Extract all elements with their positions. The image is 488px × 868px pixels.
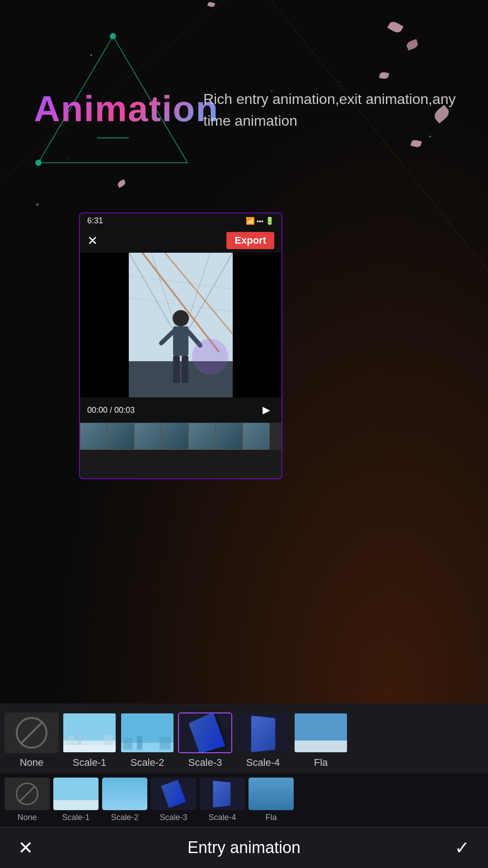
timeline-thumb <box>188 423 216 450</box>
phone-controls: 00:00 / 00:03 ▶ <box>80 397 282 423</box>
anim-none-label: None <box>20 757 44 769</box>
anim-small-none-thumb <box>5 778 50 810</box>
play-button[interactable]: ▶ <box>258 402 274 418</box>
timeline-thumb <box>216 423 243 450</box>
none-small-icon <box>16 783 38 805</box>
small-scale4-visual <box>200 778 245 810</box>
anim-small-scale1[interactable]: Scale-1 <box>53 778 99 822</box>
anim-small-flash[interactable]: Fla <box>249 778 294 822</box>
svg-rect-31 <box>123 738 132 750</box>
anim-flash-thumbnail <box>294 712 348 753</box>
anim-scale4-thumbnail <box>236 712 290 753</box>
anim-item-scale3[interactable]: Scale-3 <box>178 712 232 769</box>
anim-small-none-label: None <box>17 813 37 822</box>
anim-item-scale4[interactable]: Scale-4 <box>236 712 290 769</box>
book-icon <box>188 712 225 753</box>
svg-point-4 <box>35 160 42 166</box>
phone-time: 6:31 <box>87 216 103 226</box>
timeline-thumb <box>134 423 161 450</box>
small-scale1-visual <box>53 778 99 810</box>
video-frame <box>129 253 233 397</box>
svg-rect-19 <box>182 356 188 383</box>
svg-rect-26 <box>68 736 75 745</box>
none-icon <box>16 717 47 749</box>
entry-title: Entry animation <box>188 838 300 857</box>
flash-visual <box>295 713 348 753</box>
anim-scale2-thumbnail <box>120 712 174 753</box>
animation-row-second[interactable]: None Scale-1 Scale-2 <box>0 773 488 827</box>
anim-item-scale2[interactable]: Scale-2 <box>120 712 174 769</box>
anim-small-scale3-thumb <box>151 778 196 810</box>
svg-point-3 <box>110 33 116 39</box>
scale4-icon <box>251 716 275 752</box>
phone-video-area <box>80 253 282 397</box>
anim-small-scale4[interactable]: Scale-4 <box>200 778 245 822</box>
anim-small-scale3[interactable]: Scale-3 <box>151 778 196 822</box>
anim-scale3-thumbnail <box>178 712 232 753</box>
anim-small-scale2-label: Scale-2 <box>111 813 138 822</box>
anim-small-scale4-thumb <box>200 778 245 810</box>
anim-small-flash-label: Fla <box>265 813 277 822</box>
svg-rect-18 <box>173 356 180 383</box>
small-scale4-icon <box>213 781 230 807</box>
svg-rect-37 <box>53 800 99 810</box>
svg-rect-27 <box>77 734 81 745</box>
anim-item-scale1[interactable]: Scale-1 <box>62 712 117 769</box>
anim-small-scale4-label: Scale-4 <box>208 813 236 822</box>
svg-rect-32 <box>137 736 142 750</box>
svg-rect-17 <box>173 326 188 356</box>
svg-rect-25 <box>63 745 117 753</box>
battery-icon: 🔋 <box>265 217 274 225</box>
anim-scale2-label: Scale-2 <box>131 757 164 769</box>
svg-point-22 <box>192 339 228 375</box>
anim-small-scale2[interactable]: Scale-2 <box>102 778 147 822</box>
timeline-thumb <box>107 423 134 450</box>
scale3-visual <box>179 713 232 753</box>
anim-small-none[interactable]: None <box>5 778 50 822</box>
anim-small-scale1-label: Scale-1 <box>62 813 89 822</box>
signal-icon: ▪▪▪ <box>257 217 263 225</box>
timeline-thumb <box>80 423 107 450</box>
anim-small-scale1-thumb <box>53 778 99 810</box>
small-scale3-visual <box>151 778 196 810</box>
scale1-visual <box>63 713 116 752</box>
anim-flash-label: Fla <box>314 757 328 769</box>
anim-item-none[interactable]: None <box>5 712 59 769</box>
export-button[interactable]: Export <box>226 232 274 249</box>
anim-small-scale3-label: Scale-3 <box>160 813 187 822</box>
anim-none-thumbnail <box>5 712 59 753</box>
svg-rect-28 <box>104 735 113 745</box>
timeline-strip <box>80 423 282 450</box>
anim-item-flash[interactable]: Fla <box>294 712 348 769</box>
top-section: Animation Rich entry animation,exit anim… <box>0 0 488 217</box>
small-book-icon <box>161 780 186 808</box>
phone-close-button[interactable]: ✕ <box>87 233 98 248</box>
phone-top-bar: ✕ Export <box>80 228 282 253</box>
small-flash-visual <box>249 778 294 810</box>
anim-small-flash-thumb <box>249 778 294 810</box>
svg-rect-35 <box>295 741 348 753</box>
scale4-visual <box>237 713 290 753</box>
scale2-visual <box>121 713 174 752</box>
anim-scale1-label: Scale-1 <box>73 757 107 769</box>
video-scene <box>129 253 233 397</box>
status-icons: 📶 ▪▪▪ 🔋 <box>246 217 274 225</box>
timeline-thumb <box>243 423 270 450</box>
animation-panel: None Scale-1 <box>0 703 488 868</box>
entry-confirm-button[interactable]: ✓ <box>455 837 470 858</box>
anim-scale1-thumbnail <box>62 712 117 753</box>
timeline-thumb <box>161 423 188 450</box>
anim-small-scale2-thumb <box>102 778 147 810</box>
animation-row-top[interactable]: None Scale-1 <box>0 703 488 773</box>
small-scale2-visual <box>102 778 147 810</box>
time-display: 00:00 / 00:03 <box>87 406 135 415</box>
animation-title: Animation <box>34 88 219 130</box>
entry-close-button[interactable]: ✕ <box>18 837 33 858</box>
entry-animation-bar: ✕ Entry animation ✓ <box>0 827 488 868</box>
description-text: Rich entry animation,exit animation,any … <box>203 88 456 132</box>
anim-scale3-label: Scale-3 <box>188 757 222 769</box>
phone-status-bar: 6:31 📶 ▪▪▪ 🔋 <box>80 213 282 228</box>
wifi-icon: 📶 <box>246 217 255 225</box>
svg-rect-33 <box>160 737 171 750</box>
svg-point-16 <box>173 310 189 326</box>
